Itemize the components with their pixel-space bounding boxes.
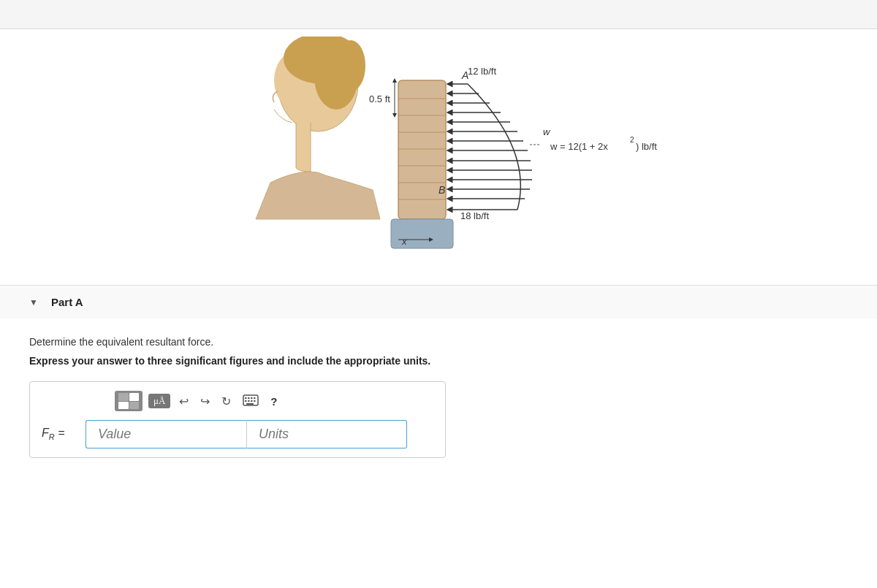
label-0-5ft: 0.5 ft bbox=[369, 93, 390, 104]
svg-rect-40 bbox=[246, 403, 254, 405]
toolbar: μÅ ↩ ↪ ↻ bbox=[42, 391, 433, 411]
label-formula-end: ) lb/ft bbox=[636, 141, 657, 152]
diagram-section: A 12 lb/ft 0.5 ft w w = 12(1 + 2x 2 ) lb… bbox=[0, 29, 877, 285]
svg-rect-32 bbox=[245, 397, 247, 399]
part-title: Part A bbox=[51, 296, 83, 308]
input-row: FR = bbox=[42, 420, 433, 448]
label-B: B bbox=[438, 184, 445, 196]
svg-rect-33 bbox=[248, 397, 250, 399]
keyboard-icon bbox=[243, 394, 259, 406]
problem-instruction: Express your answer to three significant… bbox=[29, 355, 848, 367]
label-x: x bbox=[401, 236, 407, 247]
svg-rect-34 bbox=[251, 397, 253, 399]
redo-button[interactable]: ↪ bbox=[197, 393, 213, 410]
matrix-button[interactable] bbox=[115, 391, 143, 411]
refresh-button[interactable]: ↻ bbox=[219, 393, 234, 410]
answer-box: μÅ ↩ ↪ ↻ bbox=[29, 381, 446, 458]
part-a-section: ▼ Part A bbox=[0, 285, 877, 318]
label-w: w bbox=[543, 126, 551, 137]
svg-rect-13 bbox=[391, 219, 453, 248]
value-input[interactable] bbox=[86, 420, 246, 448]
main-diagram: A 12 lb/ft 0.5 ft w w = 12(1 + 2x 2 ) lb… bbox=[183, 37, 694, 263]
label-formula-main: w = 12(1 + 2x bbox=[550, 141, 608, 152]
label-formula-exp: 2 bbox=[630, 136, 634, 144]
svg-rect-5 bbox=[398, 80, 446, 219]
problem-text: Determine the equivalent resultant force… bbox=[29, 336, 848, 348]
svg-rect-39 bbox=[254, 400, 256, 402]
top-bar bbox=[0, 0, 877, 29]
label-12lbft: 12 lb/ft bbox=[468, 66, 496, 77]
help-button[interactable]: ? bbox=[267, 394, 280, 409]
svg-point-4 bbox=[336, 40, 365, 91]
svg-rect-35 bbox=[254, 397, 256, 399]
svg-rect-37 bbox=[248, 400, 250, 402]
svg-rect-38 bbox=[251, 400, 253, 402]
units-input[interactable] bbox=[246, 420, 407, 448]
matrix-icon bbox=[118, 393, 139, 409]
content-area: Determine the equivalent resultant force… bbox=[0, 318, 877, 476]
svg-rect-36 bbox=[245, 400, 247, 402]
undo-button[interactable]: ↩ bbox=[176, 393, 191, 410]
label-18lbft: 18 lb/ft bbox=[460, 210, 489, 221]
mu-button[interactable]: μÅ bbox=[148, 394, 170, 408]
collapse-arrow[interactable]: ▼ bbox=[29, 297, 39, 308]
keyboard-button[interactable] bbox=[240, 393, 262, 410]
fr-label: FR = bbox=[42, 427, 78, 441]
problem-diagram: A 12 lb/ft 0.5 ft w w = 12(1 + 2x 2 ) lb… bbox=[183, 37, 694, 263]
